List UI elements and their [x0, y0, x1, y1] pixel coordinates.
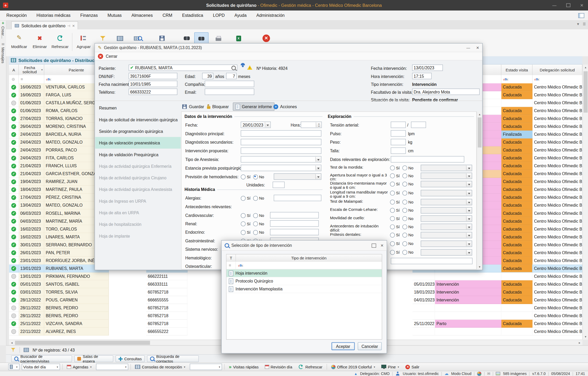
restore-button[interactable]: [566, 3, 570, 7]
acciones-button[interactable]: »Acciones: [271, 102, 299, 111]
filter-cell-delegacion[interactable]: aBc: [532, 75, 582, 83]
radio-Sí[interactable]: [241, 230, 246, 235]
radio-Sí[interactable]: [390, 208, 395, 213]
exploration-combo[interactable]: [421, 249, 472, 255]
dialog-nav-item[interactable]: Hoja de solicitud de intervención quirúr…: [95, 114, 181, 125]
peso-field[interactable]: [391, 139, 406, 145]
picker-col-t[interactable]: T: [226, 254, 235, 262]
visitas-rapidas-button[interactable]: »Visitas rápidas: [227, 364, 261, 370]
radio-Sí[interactable]: [390, 250, 395, 255]
fecha-combo[interactable]: 20/01/2023: [241, 122, 271, 128]
tab-close-icon[interactable]: ✕: [72, 24, 75, 28]
dni-field[interactable]: 39171606F: [129, 73, 177, 79]
exploration-combo[interactable]: [421, 224, 472, 230]
search-grid-button[interactable]: [131, 32, 145, 44]
agendas-button[interactable]: Agendas▼: [65, 364, 94, 370]
consultas-button[interactable]: Consultas: [115, 355, 145, 362]
radio-Sí[interactable]: [390, 181, 395, 186]
consolas-button[interactable]: Consolas de recepción▼: [133, 364, 188, 370]
radio-Sí[interactable]: [390, 200, 395, 205]
filter-cell-a[interactable]: [9, 75, 19, 83]
visita-dia-select[interactable]: Visita del día▼: [22, 364, 60, 370]
history-field[interactable]: [270, 220, 319, 227]
picker-col-tipo[interactable]: Tipo de intervención: [236, 254, 382, 262]
refrescar-button[interactable]: Refrescar: [50, 32, 70, 53]
tension-dia-field[interactable]: [411, 122, 426, 128]
radio-No[interactable]: [402, 241, 407, 246]
filter-builder-icon[interactable]: [11, 348, 15, 352]
radio-Sí[interactable]: [390, 216, 395, 221]
agrupar-button[interactable]: Agrupar: [74, 32, 93, 53]
intervencion-propuesta-field[interactable]: [241, 148, 321, 154]
picker-close-icon[interactable]: ✕: [380, 243, 384, 248]
radio-No[interactable]: [402, 224, 407, 229]
menu-item-recepción[interactable]: Recepción: [2, 10, 32, 20]
save-button[interactable]: [155, 32, 169, 44]
filter-cell-estado[interactable]: aBc: [501, 75, 533, 83]
radio-No[interactable]: [402, 173, 407, 178]
salir-button[interactable]: ✕Salir: [404, 364, 421, 370]
scroll-up-icon[interactable]: ▲: [583, 65, 588, 70]
vertical-scrollbar[interactable]: ▲ ▼: [582, 65, 588, 340]
radio-No[interactable]: [402, 250, 407, 255]
radio-No[interactable]: [402, 200, 407, 205]
exploration-combo[interactable]: [421, 165, 472, 171]
scroll-right-icon[interactable]: ►: [577, 340, 582, 346]
exploration-combo[interactable]: [421, 173, 472, 179]
menu-item-estadística[interactable]: Estadística: [177, 10, 208, 20]
radio-Sí[interactable]: [241, 196, 246, 201]
radio-Sí[interactable]: [390, 173, 395, 178]
eliminar-button[interactable]: ✖ Eliminar: [31, 32, 49, 53]
dialog-nav-item[interactable]: Hoja de valoración preanestésica: [95, 137, 181, 149]
facultativo-field[interactable]: Dra. Alejandro Mota: [412, 88, 480, 95]
estancia-combo[interactable]: [241, 165, 321, 171]
tab-solicitudes[interactable]: Solicitudes de quirófano ⊣ ✕: [11, 21, 78, 29]
picker-item[interactable]: Protocolo Quirúrgico: [226, 277, 382, 285]
mail-icon[interactable]: ✉: [487, 372, 490, 376]
consolas-select[interactable]: ▼: [190, 364, 222, 370]
history-field[interactable]: [270, 212, 319, 218]
modificar-button[interactable]: ✎ Modificar: [9, 32, 29, 53]
find-button[interactable]: [180, 32, 193, 44]
menu-item-almacenes[interactable]: Almacenes: [126, 10, 157, 20]
layout-icon[interactable]: [578, 13, 584, 18]
cerrar-button[interactable]: Cerrar: [106, 54, 118, 58]
radio-No[interactable]: [402, 216, 407, 221]
picker-filter-t[interactable]: =: [226, 262, 235, 269]
rail-create[interactable]: Crear...: [1, 26, 5, 39]
radio-No[interactable]: [402, 190, 407, 195]
tab-dropdown-icon[interactable]: ▼: [576, 22, 580, 26]
create-icon[interactable]: +: [0, 21, 6, 25]
busqueda-contactos-button[interactable]: Búsqueda de contactos: [147, 355, 199, 362]
bloquear-button[interactable]: Bloquear: [205, 102, 231, 111]
scroll-left-icon[interactable]: ◄: [9, 340, 14, 346]
edad-meses-field[interactable]: 7: [226, 73, 237, 79]
hemoderivados-combo[interactable]: [274, 173, 321, 180]
aceptar-button[interactable]: Aceptar: [331, 342, 355, 350]
radio-Sí[interactable]: [390, 232, 395, 237]
print-button[interactable]: [211, 32, 225, 44]
export-xls-button[interactable]: X: [232, 32, 245, 44]
history-field[interactable]: [270, 229, 319, 235]
palette-icon[interactable]: [477, 371, 481, 376]
pin-icon[interactable]: ⊣: [67, 24, 70, 28]
dialog-nav-item[interactable]: Sesión de programación quirúrgica: [95, 125, 181, 137]
pine-select[interactable]: Pine▼: [380, 364, 401, 370]
radio-Sí[interactable]: [241, 174, 246, 179]
diag-principal-field[interactable]: [241, 130, 321, 137]
edad-anos-field[interactable]: 39: [202, 73, 213, 79]
dialog-nav-item[interactable]: Hoja de validación Prequirúrgica: [95, 149, 181, 160]
picker-item[interactable]: Intervención Mamoplastia: [226, 285, 382, 293]
menu-item-ayuda[interactable]: Ayuda: [230, 10, 251, 20]
fint-field[interactable]: 13/01/2023: [412, 65, 443, 71]
radio-No[interactable]: [402, 208, 407, 213]
radio-Sí[interactable]: [390, 224, 395, 229]
office-skin-select[interactable]: Office 2019 Colorful▼: [329, 364, 378, 370]
menu-item-mutuas[interactable]: Mutuas: [103, 10, 126, 20]
menu-item-finanzas[interactable]: Finanzas: [75, 10, 103, 20]
dialog-minimize-icon[interactable]: —: [466, 46, 470, 50]
cancel-button[interactable]: ✕: [259, 32, 273, 44]
exploracion-extra-field[interactable]: [391, 258, 473, 264]
telefono-field[interactable]: 666333222: [129, 88, 177, 95]
radio-No[interactable]: [402, 232, 407, 237]
